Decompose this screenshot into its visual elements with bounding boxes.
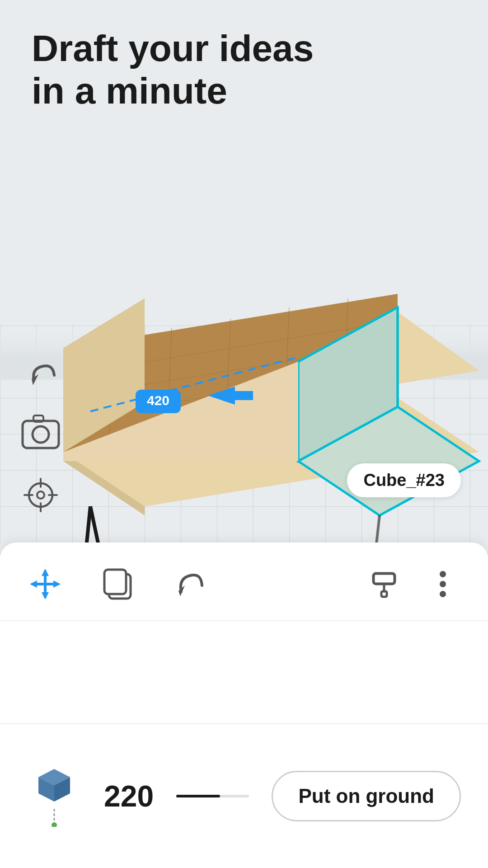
svg-rect-49	[104, 570, 126, 594]
toolbar-divider	[0, 620, 488, 621]
svg-point-34	[33, 426, 49, 443]
3d-scene: 420	[0, 145, 488, 542]
camera-button[interactable]	[20, 411, 61, 452]
paint-button[interactable]	[366, 566, 402, 602]
move-button[interactable]	[27, 566, 63, 602]
height-bar-fill	[176, 795, 220, 797]
svg-point-56	[440, 581, 446, 587]
svg-rect-54	[381, 591, 387, 597]
undo-button[interactable]	[172, 566, 208, 602]
svg-rect-52	[374, 574, 394, 583]
height-value: 220	[104, 779, 154, 813]
bottom-toolbar: 220 Put on ground	[0, 542, 488, 868]
target-button[interactable]	[20, 475, 61, 515]
svg-rect-51	[373, 573, 395, 584]
object-label: Cube_#23	[347, 463, 461, 497]
bottom-action-bar: 220 Put on ground	[0, 723, 488, 868]
height-bar[interactable]	[176, 795, 249, 797]
undo-view-button[interactable]	[23, 353, 63, 393]
svg-marker-47	[53, 580, 61, 588]
svg-marker-45	[42, 592, 49, 599]
svg-point-37	[37, 491, 44, 499]
svg-point-55	[440, 571, 446, 577]
svg-point-57	[440, 591, 446, 597]
more-button[interactable]	[425, 566, 461, 602]
svg-rect-33	[23, 421, 59, 448]
svg-marker-46	[30, 580, 37, 588]
toolbar-right-icons	[366, 566, 461, 602]
svg-marker-44	[42, 569, 49, 576]
title-area: Draft your ideas in a minute	[32, 27, 314, 113]
put-on-ground-button[interactable]: Put on ground	[272, 771, 461, 821]
copy-button[interactable]	[99, 566, 136, 602]
svg-point-62	[52, 822, 57, 827]
toolbar-icons-row	[0, 542, 488, 602]
cube-icon-container	[27, 764, 81, 828]
svg-text:420: 420	[147, 393, 169, 408]
app-title: Draft your ideas in a minute	[32, 27, 314, 113]
